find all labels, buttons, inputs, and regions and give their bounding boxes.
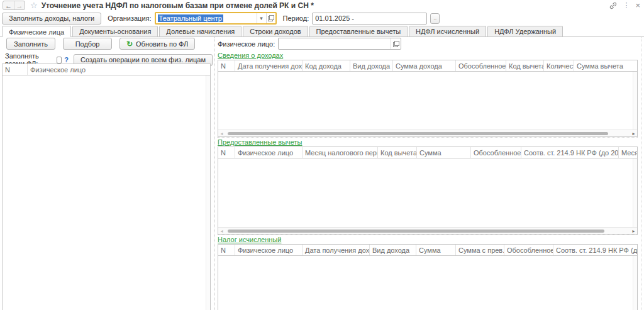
- col-income-kind[interactable]: Вид дохода: [370, 245, 416, 255]
- income-table: N Дата получения дохода Код дохода Вид д…: [218, 60, 638, 137]
- period-ellipsis-button[interactable]: ..: [430, 13, 440, 24]
- app-window: ← → ☆ Уточнение учета НДФЛ по налоговым …: [0, 0, 644, 310]
- col-sum[interactable]: Сумма: [417, 147, 471, 158]
- forward-button[interactable]: →: [14, 1, 25, 9]
- section-splitter[interactable]: [217, 235, 638, 235]
- individuals-panel: Заполнить Подбор ↻Обновить по ФЛ Заполня…: [0, 37, 213, 310]
- provided-deductions-link[interactable]: Предоставленные вычеты: [218, 138, 303, 146]
- calculated-tax-table: N Физическое лицо Дата получения дохода …: [218, 244, 638, 310]
- col-income-date[interactable]: Дата получения дохода: [303, 245, 370, 255]
- col-n[interactable]: N: [218, 147, 235, 158]
- fill-all-checkbox[interactable]: [57, 57, 62, 64]
- income-hscroll-thumb[interactable]: [228, 132, 608, 135]
- tab-individuals[interactable]: Физические лица: [2, 26, 71, 37]
- period-label: Период:: [283, 14, 309, 22]
- left-toolbar: Заполнить Подбор ↻Обновить по ФЛ: [6, 38, 195, 50]
- col-sum-excess-15[interactable]: Сумма с прев. (15%): [456, 245, 504, 255]
- deductions-table-vscrollbar[interactable]: [633, 158, 637, 227]
- income-info-link[interactable]: Сведения о доходах: [218, 52, 283, 59]
- page-title: Уточнение учета НДФЛ по налоговым базам …: [42, 1, 314, 10]
- refresh-by-person-button[interactable]: ↻Обновить по ФЛ: [119, 38, 195, 50]
- col-n[interactable]: N: [218, 245, 235, 255]
- col-separate-division[interactable]: Обособленное подр...: [456, 60, 506, 71]
- organization-label: Организация:: [108, 14, 151, 22]
- column-header-person[interactable]: Физическое лицо: [28, 64, 210, 75]
- col-tax-period-month[interactable]: Месяц налогового периода: [303, 147, 378, 158]
- column-header-n[interactable]: N: [3, 64, 28, 75]
- organization-input[interactable]: Театральный центр: [156, 13, 257, 23]
- command-bar: Заполнить доходы, налоги Организация: Те…: [0, 11, 644, 25]
- col-person[interactable]: Физическое лицо: [235, 245, 303, 255]
- more-menu-icon[interactable]: ⋮: [623, 2, 630, 9]
- calculated-tax-table-body: [218, 256, 637, 310]
- tab-share-accruals[interactable]: Долевые начисления: [159, 26, 242, 36]
- panel-splitter[interactable]: [214, 37, 215, 310]
- organization-value: Театральный центр: [158, 14, 223, 22]
- back-button[interactable]: ←: [3, 1, 14, 9]
- col-separate-division[interactable]: Обособленное подр...: [471, 147, 521, 158]
- close-icon[interactable]: ×: [635, 2, 640, 9]
- scroll-right-icon[interactable]: ▸: [630, 130, 637, 137]
- refresh-by-person-label: Обновить по ФЛ: [136, 40, 188, 48]
- income-table-vscrollbar[interactable]: [633, 72, 637, 130]
- person-filter-row: Физическое лицо:: [218, 38, 401, 50]
- col-deduction-code[interactable]: Код вычета: [506, 60, 544, 71]
- titlebar: ← → ☆ Уточнение учета НДФЛ по налоговым …: [0, 0, 644, 11]
- col-article-214-9[interactable]: Соотв. ст. 214.9 НК РФ (до 2023 г. - ст.…: [553, 245, 637, 255]
- titlebar-actions: ⋮ ×: [609, 2, 644, 9]
- tab-bar: Физические лица Документы-основания Доле…: [0, 26, 644, 37]
- get-link-icon[interactable]: [609, 2, 617, 9]
- tab-ndfl-calculated[interactable]: НДФЛ исчисленный: [409, 26, 486, 36]
- individuals-table-vscrollbar[interactable]: [206, 75, 210, 310]
- income-table-body: [218, 72, 637, 130]
- refresh-icon: ↻: [126, 40, 133, 48]
- deductions-hscroll-track[interactable]: [225, 229, 630, 233]
- deductions-table-hscrollbar: ◂ ▸: [218, 227, 637, 234]
- scroll-left-icon[interactable]: ◂: [218, 130, 225, 137]
- tab-income-rows[interactable]: Строки доходов: [243, 26, 308, 36]
- col-income-kind[interactable]: Вид дохода: [350, 60, 393, 71]
- deductions-table: N Физическое лицо Месяц налогового перио…: [218, 147, 638, 235]
- favorite-star-icon[interactable]: ☆: [30, 1, 38, 10]
- scroll-right-icon[interactable]: ▸: [630, 228, 637, 235]
- fill-button[interactable]: Заполнить: [6, 38, 55, 50]
- organization-open-icon[interactable]: [266, 13, 275, 23]
- calculated-tax-link[interactable]: Налог исчисленный: [218, 236, 281, 243]
- col-person[interactable]: Физическое лицо: [235, 147, 303, 158]
- organization-field: Театральный центр ▾: [155, 12, 277, 25]
- section-splitter[interactable]: [217, 137, 638, 138]
- fill-incomes-taxes-button[interactable]: Заполнить доходы, налоги: [2, 13, 101, 25]
- income-hscroll-track[interactable]: [225, 131, 630, 136]
- income-table-header: N Дата получения дохода Код дохода Вид д…: [218, 60, 637, 72]
- income-table-hscrollbar: ◂ ▸: [218, 130, 637, 136]
- col-income-sum[interactable]: Сумма дохода: [393, 60, 456, 71]
- pick-button[interactable]: Подбор: [63, 38, 112, 50]
- col-deduction-code[interactable]: Код вычета: [378, 147, 417, 158]
- col-n[interactable]: N: [218, 60, 235, 71]
- tab-provided-deductions[interactable]: Предоставленные вычеты: [309, 26, 408, 36]
- details-panel: Физическое лицо: Сведения о доходах N Да…: [217, 37, 638, 310]
- col-separate-division[interactable]: Обособленное подр...: [504, 245, 553, 255]
- deductions-hscroll-thumb[interactable]: [228, 230, 604, 233]
- right-edge-splitter[interactable]: [641, 37, 641, 310]
- tab-source-documents[interactable]: Документы-основания: [72, 26, 158, 36]
- tab-ndfl-withheld[interactable]: НДФЛ Удержанный: [487, 26, 563, 36]
- col-period-month[interactable]: Месяц периода: [619, 147, 637, 158]
- help-icon[interactable]: ?: [64, 56, 69, 64]
- col-sum[interactable]: Сумма: [416, 245, 456, 255]
- scroll-left-icon[interactable]: ◂: [218, 228, 225, 235]
- deductions-table-header: N Физическое лицо Месяц налогового перио…: [218, 147, 637, 158]
- col-income-code[interactable]: Код дохода: [303, 60, 350, 71]
- col-quantity[interactable]: Количество: [544, 60, 574, 71]
- col-deduction-sum[interactable]: Сумма вычета: [574, 60, 637, 71]
- period-input[interactable]: 01.01.2025 -: [312, 13, 427, 25]
- person-input[interactable]: [278, 38, 401, 50]
- individuals-table: N Физическое лицо: [2, 64, 211, 310]
- col-income-date[interactable]: Дата получения дохода: [235, 60, 303, 71]
- individuals-table-header: N Физическое лицо: [3, 64, 210, 75]
- person-open-icon[interactable]: [391, 38, 401, 49]
- col-article-214-9[interactable]: Соотв. ст. 214.9 НК РФ (до 2023 г. - ст.…: [521, 147, 619, 158]
- organization-dropdown-icon[interactable]: ▾: [257, 13, 266, 23]
- calculated-tax-table-vscrollbar[interactable]: [633, 256, 637, 310]
- deductions-table-body: [218, 158, 637, 227]
